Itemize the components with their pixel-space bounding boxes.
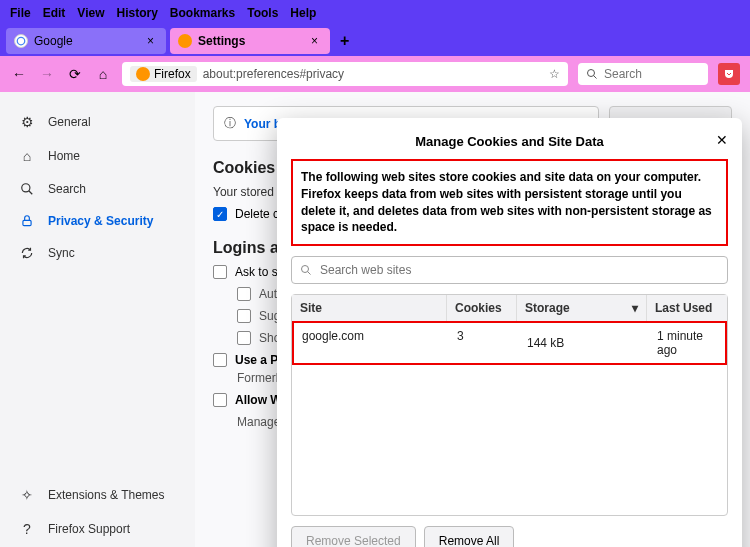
cell-lastused: 1 minute ago — [649, 323, 725, 363]
cell-site: google.com — [294, 323, 449, 363]
checkbox-icon[interactable] — [213, 353, 227, 367]
svg-point-0 — [17, 37, 25, 45]
checkbox-checked-icon[interactable]: ✓ — [213, 207, 227, 221]
svg-line-2 — [594, 76, 597, 79]
search-icon — [18, 182, 36, 196]
menu-bookmarks[interactable]: Bookmarks — [166, 4, 239, 22]
svg-rect-5 — [23, 220, 31, 225]
forward-button[interactable]: → — [38, 65, 56, 83]
home-icon: ⌂ — [18, 148, 36, 164]
search-icon — [586, 68, 598, 80]
sidebar-item-extensions[interactable]: ✧ Extensions & Themes — [8, 479, 187, 511]
menu-tools[interactable]: Tools — [243, 4, 282, 22]
nav-toolbar: ← → ⟳ ⌂ Firefox about:preferences#privac… — [0, 56, 750, 92]
sidebar-item-support[interactable]: ? Firefox Support — [8, 513, 187, 545]
svg-point-3 — [22, 184, 30, 192]
sidebar-item-home[interactable]: ⌂ Home — [8, 140, 187, 172]
dialog-search[interactable] — [291, 256, 728, 284]
svg-point-8 — [302, 266, 309, 273]
remove-selected-button[interactable]: Remove Selected — [291, 526, 416, 547]
close-icon[interactable]: × — [307, 34, 322, 48]
sidebar-item-search[interactable]: Search — [8, 174, 187, 204]
firefox-chip-label: Firefox — [154, 67, 191, 81]
reload-button[interactable]: ⟳ — [66, 65, 84, 83]
tab-strip: Google × Settings × + — [0, 26, 750, 56]
sidebar-item-general[interactable]: ⚙ General — [8, 106, 187, 138]
table-header: Site Cookies Storage▾ Last Used — [292, 295, 727, 322]
manage-cookies-dialog: Manage Cookies and Site Data ✕ The follo… — [277, 118, 742, 547]
sidebar-item-sync[interactable]: Sync — [8, 238, 187, 268]
table-row[interactable]: google.com 3 144 kB 1 minute ago — [292, 321, 727, 365]
table-empty-space — [292, 365, 727, 515]
menu-history[interactable]: History — [112, 4, 161, 22]
svg-point-1 — [588, 70, 595, 77]
sites-table: Site Cookies Storage▾ Last Used google.c… — [291, 294, 728, 516]
puzzle-icon: ✧ — [18, 487, 36, 503]
dialog-title: Manage Cookies and Site Data — [415, 134, 604, 149]
col-lastused[interactable]: Last Used — [647, 295, 727, 321]
checkbox-icon[interactable] — [213, 265, 227, 279]
checkbox-icon[interactable] — [237, 287, 251, 301]
menu-view[interactable]: View — [73, 4, 108, 22]
col-cookies[interactable]: Cookies — [447, 295, 517, 321]
search-bar[interactable] — [578, 63, 708, 85]
sidebar-item-label: Firefox Support — [48, 522, 130, 536]
url-bar[interactable]: Firefox about:preferences#privacy ☆ — [122, 62, 568, 86]
sidebar-item-label: Sync — [48, 246, 75, 260]
home-button[interactable]: ⌂ — [94, 65, 112, 83]
firefox-favicon-icon — [178, 34, 192, 48]
dialog-description: The following web sites store cookies an… — [291, 159, 728, 246]
search-input[interactable] — [604, 67, 700, 81]
menu-bar: File Edit View History Bookmarks Tools H… — [0, 0, 750, 26]
checkbox-icon[interactable] — [237, 331, 251, 345]
url-text: about:preferences#privacy — [203, 67, 543, 81]
close-icon[interactable]: × — [143, 34, 158, 48]
col-storage[interactable]: Storage▾ — [517, 295, 647, 321]
sidebar-item-label: General — [48, 115, 91, 129]
sort-desc-icon: ▾ — [632, 301, 638, 315]
tab-label: Settings — [198, 34, 245, 48]
gear-icon: ⚙ — [18, 114, 36, 130]
search-icon — [300, 264, 312, 276]
svg-line-4 — [29, 191, 33, 195]
settings-sidebar: ⚙ General ⌂ Home Search Privacy & Securi… — [0, 92, 195, 547]
tab-google[interactable]: Google × — [6, 28, 166, 54]
lock-icon — [18, 214, 36, 228]
checkbox-icon[interactable] — [237, 309, 251, 323]
sidebar-item-label: Extensions & Themes — [48, 488, 165, 502]
sync-icon — [18, 246, 36, 260]
firefox-chip: Firefox — [130, 66, 197, 82]
help-icon: ? — [18, 521, 36, 537]
sidebar-item-label: Search — [48, 182, 86, 196]
cell-storage: 144 kB — [519, 323, 649, 363]
sidebar-item-privacy[interactable]: Privacy & Security — [8, 206, 187, 236]
dialog-search-input[interactable] — [320, 263, 719, 277]
firefox-logo-icon — [136, 67, 150, 81]
close-icon[interactable]: ✕ — [716, 132, 728, 148]
tab-settings[interactable]: Settings × — [170, 28, 330, 54]
menu-edit[interactable]: Edit — [39, 4, 70, 22]
back-button[interactable]: ← — [10, 65, 28, 83]
col-storage-label: Storage — [525, 301, 570, 315]
dialog-description-text: The following web sites store cookies an… — [301, 170, 712, 234]
cell-cookies: 3 — [449, 323, 519, 363]
tab-label: Google — [34, 34, 73, 48]
menu-help[interactable]: Help — [286, 4, 320, 22]
info-icon: ⓘ — [224, 115, 236, 132]
svg-line-9 — [308, 272, 311, 275]
remove-all-button[interactable]: Remove All — [424, 526, 515, 547]
google-favicon-icon — [14, 34, 28, 48]
menu-file[interactable]: File — [6, 4, 35, 22]
sidebar-item-label: Privacy & Security — [48, 214, 153, 228]
col-site[interactable]: Site — [292, 295, 447, 321]
new-tab-button[interactable]: + — [340, 32, 349, 50]
bookmark-star-icon[interactable]: ☆ — [549, 67, 560, 81]
checkbox-icon[interactable] — [213, 393, 227, 407]
pocket-icon[interactable] — [718, 63, 740, 85]
sidebar-item-label: Home — [48, 149, 80, 163]
